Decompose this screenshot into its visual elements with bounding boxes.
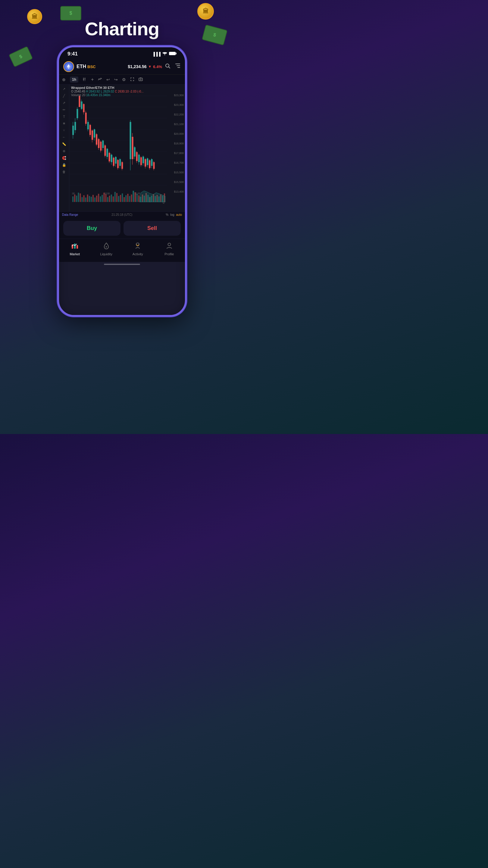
token-name: ETH xyxy=(76,64,86,69)
ohlc-open: O 2540.45 xyxy=(71,90,85,93)
signal-icon: ▐▐▐ xyxy=(152,52,161,56)
ohlc-change: -2.03 (-0... xyxy=(130,90,143,93)
svg-rect-132 xyxy=(134,147,135,157)
nav-item-market[interactable]: Market xyxy=(59,242,91,256)
text-tool-icon[interactable]: T xyxy=(63,115,65,119)
svg-rect-1 xyxy=(176,53,177,55)
token-chain: BSC xyxy=(87,64,96,69)
price-value: $1,234.56 xyxy=(128,64,147,69)
svg-rect-60 xyxy=(133,191,134,202)
svg-marker-78 xyxy=(139,191,165,202)
svg-rect-136 xyxy=(138,155,140,162)
svg-rect-110 xyxy=(104,145,106,156)
svg-rect-59 xyxy=(131,194,132,202)
menu-icon[interactable] xyxy=(175,63,181,70)
wifi-icon xyxy=(162,52,167,56)
svg-rect-106 xyxy=(100,142,101,151)
cursor-icon[interactable]: ↗ xyxy=(63,87,65,91)
chart-bottom-bar: Data Range 21:25:18 (UTC) % log auto xyxy=(59,211,185,218)
svg-rect-94 xyxy=(87,122,89,130)
back-icon[interactable]: ← xyxy=(62,135,66,139)
status-time: 9:41 xyxy=(67,51,78,57)
data-range-button[interactable]: Data Range xyxy=(62,213,78,216)
header-bar: ETH BSC $1,234.56 ▼ 6.4% xyxy=(59,59,185,75)
svg-rect-38 xyxy=(93,195,94,202)
price-level-3: $22,200 xyxy=(168,113,184,116)
svg-rect-34 xyxy=(85,197,87,202)
fullscreen-icon[interactable] xyxy=(130,77,134,82)
svg-rect-140 xyxy=(142,156,144,163)
auto-option[interactable]: auto xyxy=(176,213,182,216)
add-indicator-icon[interactable]: + xyxy=(91,77,94,82)
svg-rect-27 xyxy=(72,196,73,202)
svg-rect-58 xyxy=(129,196,130,202)
timeframe-button[interactable]: 1h xyxy=(70,76,78,83)
lock-icon[interactable]: 🔒 xyxy=(62,163,66,167)
svg-rect-41 xyxy=(98,194,99,202)
nav-item-activity[interactable]: Activity xyxy=(122,242,154,256)
nav-item-profile[interactable]: Profile xyxy=(154,242,185,256)
svg-rect-31 xyxy=(79,193,81,202)
line-tool-icon[interactable]: ╱ xyxy=(63,94,65,98)
svg-point-159 xyxy=(168,243,170,246)
svg-rect-37 xyxy=(91,197,92,202)
search-icon[interactable] xyxy=(165,63,170,70)
price-level-8: $16,700 xyxy=(168,161,184,164)
home-indicator xyxy=(104,264,140,265)
svg-rect-47 xyxy=(109,195,110,202)
svg-rect-108 xyxy=(102,141,104,148)
svg-rect-157 xyxy=(76,245,78,249)
price-display: $1,234.56 ▼ 6.4% xyxy=(128,64,162,69)
chart-toolbar: ⊕ 1h + ↩ ↪ ⚙ xyxy=(59,75,185,85)
ruler-icon[interactable]: 📏 xyxy=(62,142,66,146)
price-change: 6.4% xyxy=(153,64,162,69)
chart-ohlc: O 2540.45 H 2643.92 L 2629.02 C 2630.10 … xyxy=(71,90,143,93)
svg-rect-40 xyxy=(96,195,97,202)
svg-rect-39 xyxy=(94,197,96,202)
indicators-icon[interactable] xyxy=(98,77,102,82)
zoom-icon[interactable]: ⊕ xyxy=(63,149,65,153)
ohlc-close: C 2630.10 xyxy=(115,90,129,93)
svg-rect-30 xyxy=(78,193,79,202)
svg-rect-90 xyxy=(83,104,85,112)
bill-decoration-1: $ xyxy=(60,6,82,21)
svg-rect-0 xyxy=(169,52,175,55)
svg-rect-84 xyxy=(76,109,78,118)
svg-rect-102 xyxy=(96,134,97,145)
fork-tool-icon[interactable]: ⑂ xyxy=(63,128,65,132)
ray-tool-icon[interactable]: ⇗ xyxy=(63,101,65,105)
screenshot-icon[interactable] xyxy=(138,78,143,82)
phone-frame: 9:41 ▐▐▐ ETH BSC $1,234.56 ▼ 6.4% xyxy=(57,45,187,317)
svg-text:11:00: 11:00 xyxy=(135,192,140,195)
pen-tool-icon[interactable]: ✏ xyxy=(63,108,65,112)
svg-rect-33 xyxy=(84,195,85,202)
svg-rect-156 xyxy=(74,244,76,249)
svg-rect-146 xyxy=(149,160,150,168)
log-option[interactable]: log xyxy=(170,213,174,216)
sell-button[interactable]: Sell xyxy=(124,221,181,236)
candle-type-icon[interactable] xyxy=(83,77,87,82)
settings-icon[interactable]: ⚙ xyxy=(122,77,126,82)
svg-rect-29 xyxy=(76,195,77,202)
price-arrow-icon: ▼ xyxy=(148,64,152,69)
chart-info: Wrapped Ether/ETH 30 ETH O 2540.45 H 264… xyxy=(71,86,143,97)
pct-option[interactable]: % xyxy=(166,213,168,216)
redo-icon[interactable]: ↪ xyxy=(114,77,118,82)
svg-rect-32 xyxy=(82,197,83,202)
chart-options: % log auto xyxy=(166,213,182,216)
buy-button[interactable]: Buy xyxy=(63,221,121,236)
svg-rect-92 xyxy=(85,113,87,124)
magnet-icon[interactable]: 🧲 xyxy=(62,156,66,160)
crosshair-icon[interactable]: ⊕ xyxy=(62,77,66,82)
svg-text::00: :00 xyxy=(72,192,75,195)
svg-rect-138 xyxy=(140,157,142,165)
node-tool-icon[interactable]: ⋇ xyxy=(63,121,65,125)
trash-icon[interactable]: 🗑 xyxy=(62,170,66,174)
svg-rect-50 xyxy=(115,192,116,202)
svg-rect-104 xyxy=(98,139,99,148)
ohlc-high: H 2643.92 xyxy=(86,90,100,93)
svg-rect-16 xyxy=(139,78,142,81)
nav-item-liquidity[interactable]: Liquidity xyxy=(91,242,122,256)
undo-icon[interactable]: ↩ xyxy=(106,77,110,82)
chart-time-utc: 21:25:18 (UTC) xyxy=(111,213,132,216)
